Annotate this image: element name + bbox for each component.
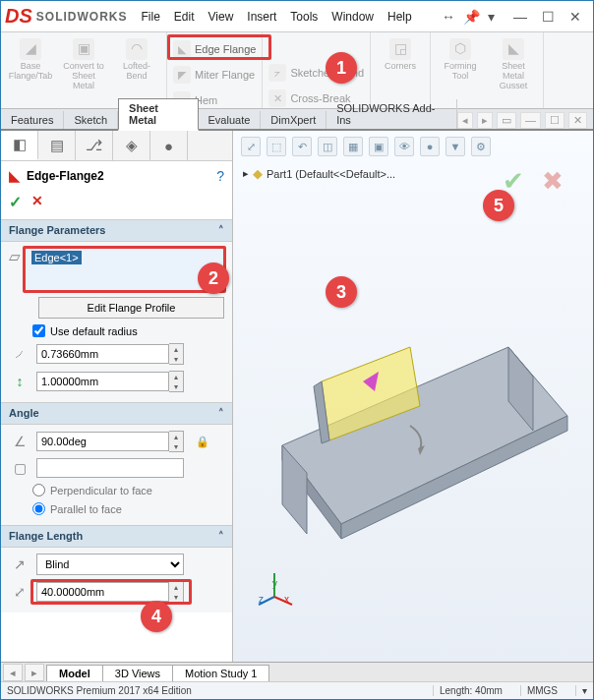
edge-flange-button[interactable]: ◣Edge Flange — [173, 38, 256, 60]
tab-next-icon[interactable]: ▸ — [477, 112, 493, 129]
lofted-bend-button[interactable]: ◠Lofted-Bend — [113, 34, 160, 82]
forming-tool-button[interactable]: ⬡Forming Tool — [437, 34, 484, 82]
edge-selection-list[interactable]: Edge<1> — [25, 248, 224, 291]
tab-dimxpert[interactable]: DimXpert — [261, 111, 327, 129]
menu-edit[interactable]: Edit — [174, 10, 195, 24]
spin-down-icon[interactable]: ▾ — [169, 354, 183, 364]
feature-tree[interactable]: ▸ ◆ Part1 (Default<<Default>... — [243, 166, 395, 181]
section-view-icon[interactable]: ◫ — [318, 137, 337, 156]
forming-icon: ⬡ — [449, 38, 471, 60]
spin-down-icon[interactable]: ▾ — [169, 441, 183, 451]
angle-header[interactable]: Angle˄ — [1, 402, 232, 425]
parallel-radio[interactable]: Parallel to face — [32, 502, 224, 515]
close-button[interactable]: ✕ — [562, 7, 589, 27]
spin-up-icon[interactable]: ▴ — [169, 372, 183, 381]
view-settings-icon[interactable]: ⚙ — [471, 137, 491, 156]
status-menu-icon[interactable]: ▾ — [575, 685, 587, 696]
btab-next-icon[interactable]: ▸ — [25, 664, 44, 681]
hide-show-icon[interactable]: 👁 — [394, 137, 414, 156]
panel-tab-appearance[interactable]: ● — [150, 131, 188, 160]
tab-features[interactable]: Features — [1, 111, 64, 129]
tab-max-icon[interactable]: ☐ — [545, 112, 564, 129]
bottom-tabs: ◂ ▸ Model 3D Views Motion Study 1 — [1, 662, 593, 681]
use-default-radius-checkbox[interactable]: Use default radius — [32, 324, 224, 337]
command-tabs: Features Sketch Sheet Metal Evaluate Dim… — [1, 109, 593, 131]
crossbreak-icon: ✕ — [268, 89, 286, 107]
expand-icon[interactable]: ↔ — [442, 9, 455, 25]
tab-sheet-metal[interactable]: Sheet Metal — [118, 98, 198, 131]
pin-icon[interactable]: 📌 — [463, 9, 480, 25]
orientation-triad[interactable]: y x z — [255, 567, 294, 607]
flange-length-header[interactable]: Flange Length˄ — [1, 525, 232, 548]
edge-selection-item[interactable]: Edge<1> — [31, 251, 82, 264]
bend-radius-input[interactable] — [36, 344, 169, 364]
spin-down-icon[interactable]: ▾ — [169, 592, 183, 602]
zoom-area-icon[interactable]: ⬚ — [267, 137, 286, 156]
tab-addins[interactable]: SOLIDWORKS Add-Ins — [327, 99, 457, 129]
length-type-select[interactable]: Blind — [36, 554, 184, 575]
callout-1: 1 — [326, 52, 357, 84]
status-units[interactable]: MMGS — [520, 685, 558, 696]
spin-up-icon[interactable]: ▴ — [169, 344, 183, 354]
zoom-fit-icon[interactable]: ⤢ — [241, 137, 261, 156]
miter-flange-button[interactable]: ◤Miter Flange — [173, 64, 256, 86]
convert-sheetmetal-button[interactable]: ▣Convert to Sheet Metal — [60, 34, 107, 91]
title-tools: ↔ 📌 ▾ — [442, 9, 495, 25]
cancel-button[interactable]: ✕ — [31, 193, 43, 211]
tab-evaluate[interactable]: Evaluate — [199, 111, 262, 129]
feature-actions: ✓ ✕ — [1, 191, 232, 219]
tab-close-icon[interactable]: ✕ — [568, 112, 587, 129]
panel-tab-feature[interactable]: ◧ — [1, 131, 38, 160]
view-toolbar: ⤢ ⬚ ↶ ◫ ▦ ▣ 👁 ● ▼ ⚙ — [241, 137, 491, 156]
base-flange-button[interactable]: ◢Base Flange/Tab — [7, 34, 54, 82]
tab-split-icon[interactable]: ▭ — [497, 112, 516, 129]
ok-button[interactable]: ✓ — [9, 193, 22, 211]
display-style-icon[interactable]: ▣ — [369, 137, 388, 156]
panel-tab-target[interactable]: ◈ — [113, 131, 150, 160]
minimize-button[interactable]: — — [506, 7, 534, 27]
menu-tools[interactable]: Tools — [290, 10, 318, 24]
btab-prev-icon[interactable]: ◂ — [3, 664, 23, 681]
help-icon[interactable]: ? — [216, 168, 224, 184]
angle-face-input[interactable] — [36, 458, 184, 478]
btab-model[interactable]: Model — [46, 665, 103, 681]
edit-flange-profile-button[interactable]: Edit Flange Profile — [38, 297, 224, 319]
dropdown-icon[interactable]: ▾ — [488, 9, 495, 25]
tab-sketch[interactable]: Sketch — [64, 111, 118, 129]
tab-prev-icon[interactable]: ◂ — [457, 112, 473, 129]
flange-params-header[interactable]: Flange Parameters˄ — [1, 219, 232, 242]
menu-file[interactable]: File — [141, 10, 159, 24]
perpendicular-radio[interactable]: Perpendicular to face — [32, 484, 224, 496]
btab-motion[interactable]: Motion Study 1 — [172, 665, 269, 681]
flange-length-input[interactable] — [36, 582, 169, 602]
panel-tab-display[interactable]: ⎇ — [76, 131, 113, 160]
btab-3dviews[interactable]: 3D Views — [102, 665, 173, 681]
callout-3: 3 — [326, 276, 357, 308]
scene-icon[interactable]: ● — [420, 137, 440, 156]
panel-tab-config[interactable]: ▤ — [38, 131, 76, 160]
lock-icon[interactable]: 🔒 — [196, 436, 209, 448]
expand-tree-icon[interactable]: ▸ — [243, 167, 249, 180]
tab-min-icon[interactable]: — — [520, 112, 541, 129]
spin-up-icon[interactable]: ▴ — [169, 582, 183, 592]
gusset-button[interactable]: ◣Sheet Metal Gusset — [490, 34, 537, 91]
angle-input[interactable] — [36, 432, 169, 451]
sheet-metal-part — [253, 268, 577, 544]
confirm-cancel-icon[interactable]: ✖ — [542, 166, 564, 197]
tree-part-label[interactable]: Part1 (Default<<Default>... — [267, 168, 395, 180]
callout-5: 5 — [483, 190, 514, 221]
corners-button[interactable]: ◲Corners — [377, 34, 424, 72]
menu-window[interactable]: Window — [331, 10, 374, 24]
menu-help[interactable]: Help — [387, 10, 412, 24]
maximize-button[interactable]: ☐ — [534, 7, 562, 27]
prev-view-icon[interactable]: ↶ — [292, 137, 312, 156]
spin-down-icon[interactable]: ▾ — [169, 381, 183, 391]
viewport[interactable]: ⤢ ⬚ ↶ ◫ ▦ ▣ 👁 ● ▼ ⚙ ▸ ◆ Part1 (Default<<… — [233, 131, 593, 662]
menu-view[interactable]: View — [208, 10, 234, 24]
gap-input[interactable] — [36, 372, 169, 391]
view-orient-icon[interactable]: ▦ — [343, 137, 363, 156]
spin-up-icon[interactable]: ▴ — [169, 432, 183, 441]
menu-insert[interactable]: Insert — [247, 10, 276, 24]
apply-scene-icon[interactable]: ▼ — [446, 137, 465, 156]
edge-flange-icon: ◣ — [173, 40, 191, 58]
